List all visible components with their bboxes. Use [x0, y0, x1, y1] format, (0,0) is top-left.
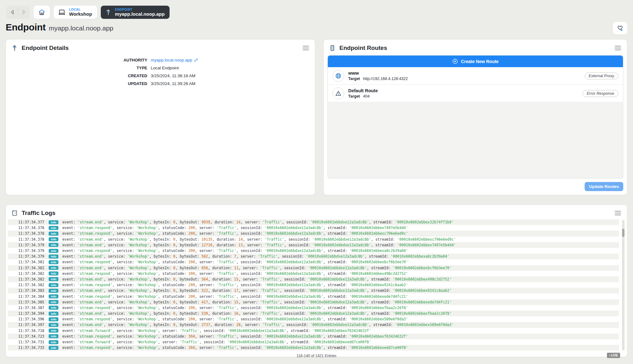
log-level-badge: info: [49, 220, 58, 224]
details-fields: AUTHORITY myapp.local.noop.app TYPE Loca…: [6, 58, 315, 86]
log-message: event: 'stream.respond', service: 'Works…: [62, 249, 408, 253]
log-message: event: 'stream.respond', service: 'Works…: [62, 231, 408, 236]
details-field-row: AUTHORITY myapp.local.noop.app: [6, 58, 315, 62]
log-timestamp: 11:37:34.385: [8, 300, 44, 304]
entries-count: 118-140 of 1421 Entries: [6, 354, 627, 358]
log-message: event: 'stream.respond', service: 'Works…: [62, 306, 408, 310]
log-message: event: 'stream.respond', service: 'Works…: [62, 294, 408, 299]
field-label: TYPE: [6, 66, 147, 70]
log-level-badge: info: [49, 306, 58, 310]
plus-circle-icon: [452, 58, 458, 64]
route-target-value: http://192.168.4.128:4322: [363, 77, 408, 81]
signpost-icon: [105, 8, 112, 16]
logs-menu-button[interactable]: [614, 210, 622, 217]
log-timestamp: 11:37:34.397: [8, 323, 44, 327]
endpoint-tab-kicker: ENDPOINT: [115, 8, 133, 12]
log-rows: 11:37:34.377 info event: 'stream.end', s…: [8, 219, 619, 351]
log-level-badge: info: [49, 277, 58, 281]
log-message: event: 'stream.end', service: 'Workshop'…: [62, 237, 456, 242]
log-level-badge: info: [49, 254, 58, 259]
log-level-badge: info: [49, 226, 58, 230]
tab-endpoint[interactable]: ENDPOINT myapp.local.noop.app: [101, 6, 170, 19]
log-message: event: 'stream.forward', service: 'Works…: [62, 340, 371, 344]
home-button[interactable]: [34, 6, 50, 19]
field-value-text: Local Endpoint: [151, 66, 179, 70]
route-target-label: Target: [348, 77, 360, 81]
forward-button[interactable]: [18, 6, 29, 18]
update-routes-button[interactable]: Update Routes: [585, 182, 623, 191]
log-timestamp: 11:37:34.383: [8, 288, 44, 293]
logs-scrollbar-thumb[interactable]: [622, 229, 625, 237]
logs-scrollbar[interactable]: [622, 220, 625, 351]
home-icon: [38, 8, 46, 16]
route-type-badge: Error Response: [582, 90, 618, 97]
log-level-badge: info: [49, 346, 58, 350]
log-row: 11:37:34.733 info event: 'stream.respond…: [8, 345, 619, 351]
log-timestamp: 11:37:34.382: [8, 271, 44, 276]
live-toggle-badge[interactable]: LIVE: [607, 353, 620, 358]
details-card-title: Endpoint Details: [22, 45, 69, 51]
top-navigation-bar: LOCAL Workshop ENDPOINT myapp.local.noop…: [6, 6, 170, 19]
routes-menu-button[interactable]: [614, 45, 622, 51]
back-button[interactable]: [7, 6, 18, 18]
page-header: Endpoint myapp.local.noop.app: [6, 22, 627, 35]
log-timestamp: 11:37:34.382: [8, 266, 44, 270]
laptop-icon: [58, 8, 66, 16]
route-row[interactable]: Default Route Target 404 Error Response: [328, 85, 623, 102]
log-row: 11:37:34.723 info event: 'stream.respond…: [8, 334, 619, 339]
log-timestamp: 11:37:34.378: [8, 226, 44, 230]
log-level-badge: info: [49, 249, 58, 253]
log-timestamp: 11:37:34.396: [8, 317, 44, 321]
log-message: event: 'stream.respond', service: 'Works…: [62, 283, 408, 287]
log-timestamp: 11:37:34.382: [8, 283, 44, 287]
log-message: event: 'stream.respond', service: 'Works…: [62, 260, 408, 264]
field-value: 3/25/2024, 11:36:18 AM: [151, 73, 195, 78]
log-row: 11:37:34.731 info event: 'stream.forward…: [8, 339, 619, 345]
log-row: 11:37:34.384 info event: 'stream.respond…: [8, 293, 619, 299]
log-level-badge: info: [49, 271, 58, 276]
log-viewport: 11:37:34.377 info event: 'stream.end', s…: [6, 219, 627, 351]
log-row: 11:37:34.379 info event: 'stream.respond…: [8, 248, 619, 254]
log-level-badge: info: [49, 312, 58, 316]
log-row: 11:37:34.382 info event: 'stream.respond…: [8, 271, 619, 276]
field-label: CREATED: [6, 73, 147, 78]
heart-plus-icon: [616, 24, 624, 32]
hamburger-icon: [302, 45, 309, 51]
log-message: event: 'stream.end', service: 'Workshop'…: [62, 220, 453, 224]
workshop-tab-label: Workshop: [69, 11, 92, 17]
log-timestamp: 11:37:34.378: [8, 231, 44, 236]
routes-list-box: Create New Route www Target http://192.1…: [327, 55, 623, 179]
globe-icon: [333, 70, 344, 82]
log-message: event: 'stream.end', service: 'Workshop'…: [62, 288, 452, 293]
log-timestamp: 11:37:34.379: [8, 254, 44, 259]
live-dot-icon: [609, 355, 610, 356]
warning-icon: [333, 88, 344, 99]
tab-workshop[interactable]: LOCAL Workshop: [54, 6, 97, 19]
log-timestamp: 11:37:34.381: [8, 260, 44, 264]
log-row: 11:37:34.382 info event: 'stream.end', s…: [8, 276, 619, 282]
log-timestamp: 11:37:34.382: [8, 277, 44, 281]
authority-link[interactable]: myapp.local.noop.app: [151, 58, 198, 62]
favorite-button[interactable]: [613, 22, 627, 35]
logs-footer: 118-140 of 1421 Entries LIVE: [6, 351, 627, 361]
log-row: 11:37:34.378 info event: 'stream.respond…: [8, 225, 619, 231]
log-message: event: 'stream.respond', service: 'Works…: [62, 317, 408, 321]
log-message: event: 'stream.end', service: 'Workshop'…: [62, 323, 453, 327]
log-level-badge: info: [49, 334, 58, 338]
hamburger-icon: [614, 45, 621, 51]
details-menu-button[interactable]: [302, 45, 310, 51]
log-message: event: 'stream.forward', service: 'Works…: [62, 329, 371, 333]
field-value-text: 3/25/2024, 11:36:18 AM: [151, 73, 195, 78]
log-level-badge: info: [49, 237, 58, 241]
route-name: www: [348, 71, 581, 76]
chevron-right-icon: [20, 9, 27, 16]
create-new-route-button[interactable]: Create New Route: [328, 56, 623, 67]
log-timestamp: 11:37:34.384: [8, 294, 44, 299]
workshop-tab-kicker: LOCAL: [69, 8, 81, 12]
traffic-signal-icon: [329, 44, 336, 52]
log-row: 11:37:34.381 info event: 'stream.respond…: [8, 259, 619, 265]
log-timestamp: 11:37:34.733: [8, 345, 44, 350]
route-row[interactable]: www Target http://192.168.4.128:4322 Ext…: [328, 67, 623, 85]
log-level-badge: info: [49, 243, 58, 247]
link-icon: [194, 58, 198, 62]
